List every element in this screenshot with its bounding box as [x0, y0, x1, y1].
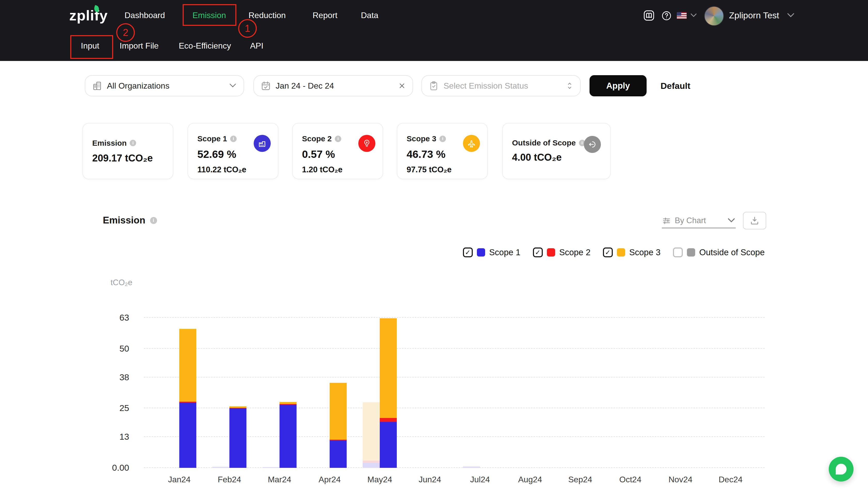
annotation-circle-1: 1	[238, 19, 257, 38]
bar-segment-scope-1[interactable]	[229, 408, 246, 468]
sliders-icon	[662, 216, 671, 225]
download-button[interactable]	[743, 212, 766, 229]
card-value: 1.20 tCO₂e	[302, 165, 383, 174]
y-tick-label: 0.00	[78, 463, 129, 473]
bar-segment-scope-1-pending-[interactable]	[212, 467, 229, 468]
organization-select[interactable]: All Organizations	[85, 75, 244, 96]
checkbox-icon[interactable]: ✓	[533, 247, 543, 257]
legend-label: Scope 2	[559, 247, 591, 257]
chat-launcher[interactable]	[829, 457, 854, 482]
nav-label: Data	[361, 11, 378, 20]
card-label: Scope 2	[302, 134, 332, 143]
bar-segment-scope-1-pending-[interactable]	[363, 463, 380, 468]
by-chart-select[interactable]: By Chart	[662, 213, 736, 228]
scope3-swatch	[617, 248, 625, 257]
language-flag-us[interactable]	[677, 12, 687, 19]
apply-button[interactable]: Apply	[590, 75, 647, 96]
docs-button[interactable]	[643, 9, 655, 22]
legend-item-outside[interactable]: Outside of Scope	[673, 247, 765, 257]
subnav-item-eco-efficiency[interactable]: Eco-Efficiency	[179, 30, 231, 61]
gridline	[144, 348, 765, 349]
card-scope2: Scope 2i 0.57 % 1.20 tCO₂e	[292, 123, 383, 179]
nav-item-report[interactable]: Report	[313, 0, 337, 30]
bar-segment-scope-3[interactable]	[280, 402, 297, 404]
bar-segment-scope-1[interactable]	[179, 403, 196, 468]
user-name: Zpliporn Test	[729, 10, 779, 20]
by-chart-value: By Chart	[675, 216, 706, 225]
info-icon[interactable]: i	[150, 217, 157, 224]
info-icon[interactable]: i	[335, 136, 341, 142]
info-icon[interactable]: i	[230, 136, 237, 142]
bar-segment-scope-1[interactable]	[280, 405, 297, 468]
chat-bubble-icon	[836, 464, 847, 475]
nav-item-data[interactable]: Data	[361, 0, 378, 30]
scope2-swatch	[547, 248, 555, 257]
x-icon	[398, 82, 406, 90]
x-tick-label: Apr24	[305, 475, 355, 484]
user-menu[interactable]: Zpliporn Test	[729, 0, 779, 30]
chevron-down-icon	[229, 83, 237, 89]
bar-segment-scope-3[interactable]	[229, 406, 246, 408]
default-label-text: Default	[661, 81, 690, 91]
subnav-label: Import File	[120, 41, 159, 51]
y-tick-label: 50	[78, 344, 129, 354]
card-value: 97.75 tCO₂e	[407, 165, 487, 174]
brand-logo[interactable]: zplify	[69, 0, 108, 30]
bar-segment-scope-2[interactable]	[380, 418, 397, 422]
x-tick-label: Mar24	[254, 475, 305, 484]
annotation-step-number: 2	[123, 27, 128, 38]
checkbox-icon[interactable]: ✓	[463, 247, 473, 257]
language-chevron-icon[interactable]	[689, 12, 698, 19]
bar-segment-scope-2[interactable]	[330, 440, 347, 440]
top-header: zplify Dashboard Emission Reduction Repo…	[0, 0, 868, 61]
bulb-icon	[362, 139, 371, 148]
bar-segment-scope-2[interactable]	[229, 408, 246, 409]
x-tick-label: Jan24	[154, 475, 204, 484]
scope2-icon-circle	[358, 135, 375, 152]
y-axis-unit: tCO₂e	[111, 278, 132, 287]
download-icon	[749, 215, 760, 226]
scope1-icon-circle	[254, 135, 271, 152]
status-placeholder: Select Emission Status	[444, 81, 528, 91]
status-select[interactable]: Select Emission Status	[421, 75, 581, 96]
bar-segment-scope-2[interactable]	[280, 404, 297, 405]
bar-segment-scope-1-pending-[interactable]	[463, 467, 480, 468]
annotation-circle-2: 2	[116, 23, 135, 42]
date-range-input[interactable]: Jan 24 - Dec 24	[253, 75, 413, 96]
bar-segment-scope-2-pending-[interactable]	[363, 461, 380, 463]
help-button[interactable]	[661, 10, 672, 21]
bar-segment-scope-3-pending-[interactable]	[363, 402, 380, 461]
bar-segment-scope-3[interactable]	[179, 329, 196, 401]
legend-item-scope3[interactable]: ✓ Scope 3	[603, 247, 661, 257]
y-tick-label: 63	[78, 313, 129, 323]
legend-item-scope2[interactable]: ✓ Scope 2	[533, 247, 591, 257]
bar-segment-scope-1[interactable]	[330, 440, 347, 468]
legend-item-scope1[interactable]: ✓ Scope 1	[463, 247, 521, 257]
chart-title: Emission	[103, 215, 145, 226]
annotation-box-input	[70, 35, 113, 59]
plane-icon	[467, 139, 476, 148]
info-icon[interactable]: i	[439, 136, 446, 142]
avatar[interactable]	[704, 6, 724, 26]
factory-icon	[258, 139, 267, 148]
card-scope3: Scope 3i 46.73 % 97.75 tCO₂e	[397, 123, 488, 179]
card-label: Outside of Scope	[512, 138, 576, 147]
organization-value: All Organizations	[107, 81, 169, 91]
x-tick-label: Nov24	[655, 475, 706, 484]
bar-segment-scope-1-pending-[interactable]	[262, 467, 280, 468]
y-tick-label: 25	[78, 403, 129, 413]
checkbox-icon[interactable]: ✓	[603, 247, 613, 257]
clear-date-button[interactable]	[398, 82, 406, 90]
bar-segment-scope-3[interactable]	[330, 383, 347, 440]
info-icon[interactable]: i	[130, 140, 136, 146]
subnav-label: API	[250, 41, 264, 51]
card-scope1: Scope 1i 52.69 % 110.22 tCO₂e	[188, 123, 278, 179]
card-value: 110.22 tCO₂e	[197, 165, 278, 174]
user-chevron-icon[interactable]	[786, 12, 796, 19]
checkbox-icon[interactable]	[673, 247, 683, 257]
bar-segment-scope-1[interactable]	[380, 422, 397, 468]
emission-dashboard-page: zplify Dashboard Emission Reduction Repo…	[0, 0, 868, 496]
bar-segment-scope-3[interactable]	[380, 318, 397, 418]
card-value: 209.17 tCO₂e	[92, 153, 173, 164]
bar-segment-scope-2[interactable]	[179, 402, 196, 403]
